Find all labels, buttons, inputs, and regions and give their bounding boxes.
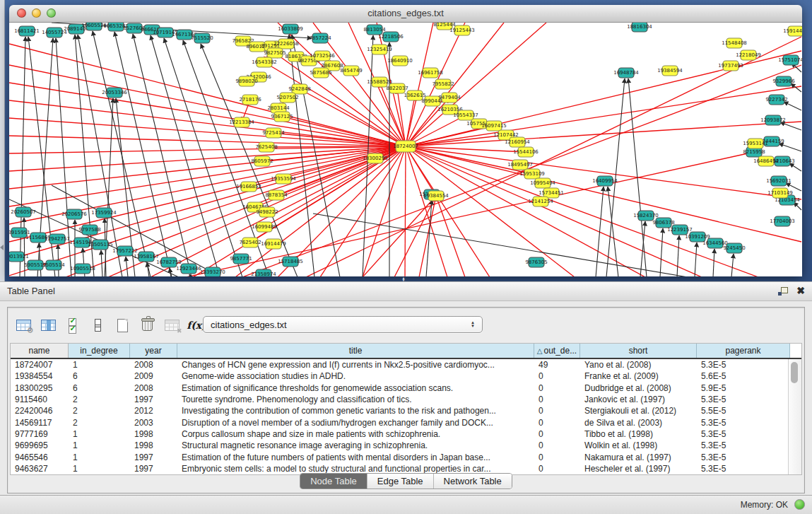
column-header-short[interactable]: short bbox=[580, 344, 697, 358]
table-row[interactable]: 1872400712008Changes of HCN gene express… bbox=[11, 359, 801, 370]
rows-icon bbox=[95, 319, 101, 332]
graph-node-16948784[interactable]: 16948784 bbox=[613, 68, 639, 78]
graph-node-9797588[interactable]: 9797588 bbox=[78, 225, 100, 235]
table-row[interactable]: 1830029562008Estimation of significance … bbox=[11, 382, 801, 394]
node-label: 12160954 bbox=[505, 139, 530, 145]
select-columns-button[interactable] bbox=[61, 314, 84, 337]
table-row[interactable]: 1938455462009Genome-wide association stu… bbox=[11, 370, 801, 382]
graph-node-7625408[interactable]: 7625408 bbox=[255, 142, 277, 152]
node-label: 20260507 bbox=[11, 209, 36, 215]
graph-node-9245450[interactable]: 9245450 bbox=[723, 243, 745, 253]
tab-edge-table[interactable]: Edge Table bbox=[367, 474, 434, 489]
column-header-year[interactable]: year bbox=[130, 344, 177, 358]
float-panel-icon[interactable] bbox=[778, 287, 788, 296]
graph-node-20206576[interactable]: 20206576 bbox=[61, 209, 87, 219]
table-mode-button[interactable] bbox=[12, 314, 35, 337]
graph-node-8454749[interactable]: 8454749 bbox=[340, 66, 362, 76]
graph-node-20260507[interactable]: 20260507 bbox=[11, 207, 36, 217]
create-column-button[interactable] bbox=[111, 314, 134, 337]
graph-node-9857771[interactable]: 9857771 bbox=[230, 254, 252, 264]
cell-name: 9463627 bbox=[11, 464, 69, 474]
network-window-titlebar[interactable]: citations_edges.txt bbox=[9, 5, 802, 23]
graph-node-9876305[interactable]: 9876305 bbox=[525, 257, 547, 267]
graph-node-11548408[interactable]: 11548408 bbox=[722, 38, 747, 48]
graph-node-9806378[interactable]: 9806378 bbox=[652, 218, 674, 228]
cell-name: 18724007 bbox=[11, 360, 69, 370]
graph-node-16543382[interactable]: 16543382 bbox=[252, 57, 277, 67]
graph-node-20053346[interactable]: 20053346 bbox=[102, 88, 127, 98]
graph-node-15751074[interactable]: 15751074 bbox=[778, 55, 802, 65]
column-header-out_de[interactable]: △out_de... bbox=[534, 344, 580, 358]
graph-node-7515520[interactable]: 7515520 bbox=[191, 33, 213, 43]
table-row[interactable]: 969969511998Structural magnetic resonanc… bbox=[11, 440, 801, 451]
table-row[interactable]: 977716911998Corpus callosum shape and si… bbox=[11, 428, 801, 440]
graph-node-15544106[interactable]: 15544106 bbox=[513, 147, 539, 157]
table-row[interactable]: 1456911722003Disruption of a novel membe… bbox=[11, 416, 801, 428]
collapse-arrow-icon[interactable] bbox=[0, 245, 4, 250]
cell-title: Estimation of significance thresholds fo… bbox=[177, 383, 534, 393]
graph-node-10905518[interactable]: 10905518 bbox=[70, 264, 95, 274]
network-graph-canvas[interactable]: 1681142114055724208914061060552810653287… bbox=[9, 23, 802, 276]
graph-node-8813054[interactable]: 8813054 bbox=[363, 25, 386, 35]
graph-node-9725414[interactable]: 9725414 bbox=[262, 128, 285, 138]
tab-node-table[interactable]: Node Table bbox=[300, 474, 367, 489]
graph-node-16811421[interactable]: 16811421 bbox=[14, 26, 40, 36]
graph-node-19166852[interactable]: 19166852 bbox=[236, 182, 261, 192]
graph-node-5875685[interactable]: 5875685 bbox=[310, 68, 331, 78]
graph-node-9498222[interactable]: 9498222 bbox=[256, 207, 278, 217]
node-label: 16409954 bbox=[592, 178, 618, 184]
graph-node-19737493[interactable]: 19737493 bbox=[718, 61, 743, 71]
node-label: 7625408 bbox=[255, 144, 277, 150]
graph-node-7955822[interactable]: 7955822 bbox=[432, 79, 454, 89]
table-row[interactable]: 911546021997Tourette syndrome. Phenomeno… bbox=[11, 394, 801, 405]
table-selector-combobox[interactable]: citations_edges.txt ▲▼ bbox=[203, 316, 483, 333]
graph-node-18816304[interactable]: 18816304 bbox=[627, 23, 652, 32]
show-columns-button[interactable] bbox=[37, 314, 59, 337]
table-row[interactable]: 946554611997Estimation of the future num… bbox=[11, 451, 801, 462]
graph-node-5207502[interactable]: 5207502 bbox=[276, 93, 298, 103]
graph-node-9367125[interactable]: 9367125 bbox=[271, 112, 293, 122]
graph-node-18724007[interactable]: 18724007 bbox=[393, 141, 418, 152]
graph-node-2718176[interactable]: 2718176 bbox=[239, 95, 261, 105]
graph-node-21358974[interactable]: 21358974 bbox=[251, 269, 276, 276]
graph-node-9227342[interactable]: 9227342 bbox=[765, 95, 787, 105]
column-header-pagerank[interactable]: pagerank bbox=[697, 344, 790, 358]
graph-node-7857224[interactable]: 7857224 bbox=[309, 33, 331, 43]
graph-node-9505514[interactable]: 9505514 bbox=[42, 260, 65, 270]
cell-in_degree: 6 bbox=[69, 383, 130, 393]
graph-node-10995494[interactable]: 10995494 bbox=[530, 178, 555, 188]
scrollbar-thumb[interactable] bbox=[791, 362, 798, 383]
graph-node-8605972[interactable]: 8605972 bbox=[251, 156, 273, 166]
graph-node-18393270[interactable]: 18393270 bbox=[200, 267, 225, 276]
graph-node-15914403[interactable]: 15914403 bbox=[783, 26, 802, 36]
graph-node-15824370[interactable]: 15824370 bbox=[633, 211, 659, 221]
graph-node-9329966[interactable]: 9329966 bbox=[772, 76, 795, 86]
column-header-in_degree[interactable]: in_degree bbox=[69, 344, 130, 358]
graph-node-9827505[interactable]: 9827505 bbox=[264, 48, 286, 58]
graph-node-19013921[interactable]: 19013921 bbox=[9, 252, 29, 262]
left-divider-strip[interactable] bbox=[0, 0, 5, 281]
column-header-title[interactable]: title bbox=[177, 344, 534, 358]
graph-node-18640910[interactable]: 18640910 bbox=[387, 56, 413, 66]
delete-column-button[interactable] bbox=[136, 314, 158, 337]
graph-node-16409954[interactable]: 16409954 bbox=[592, 176, 618, 186]
graph-node-16033809[interactable]: 16033809 bbox=[278, 24, 303, 34]
graph-node-7625402[interactable]: 7625402 bbox=[239, 238, 261, 247]
graph-node-19384594[interactable]: 19384594 bbox=[657, 66, 683, 76]
table-vertical-scrollbar[interactable] bbox=[788, 359, 801, 474]
graph-node-17359924[interactable]: 17359924 bbox=[91, 208, 117, 218]
node-label: 8813054 bbox=[363, 27, 386, 33]
node-label: 9898020 bbox=[235, 78, 257, 84]
graph-node-9898020[interactable]: 9898020 bbox=[235, 76, 257, 86]
graph-node-3915951[interactable]: 3915951 bbox=[9, 228, 30, 238]
graph-node-8822037[interactable]: 8822037 bbox=[386, 83, 408, 93]
tab-network-table[interactable]: Network Table bbox=[434, 474, 512, 489]
close-panel-icon[interactable]: ✖ bbox=[796, 285, 805, 296]
graph-node-12325419[interactable]: 12325419 bbox=[367, 45, 392, 54]
table-row[interactable]: 2242004622012Investigating the contribut… bbox=[11, 405, 801, 416]
graph-node-15718485[interactable]: 15718485 bbox=[278, 257, 303, 267]
row-height-button[interactable] bbox=[86, 314, 109, 337]
graph-node-15692031[interactable]: 15692031 bbox=[766, 176, 792, 186]
graph-node-17704003[interactable]: 17704003 bbox=[770, 216, 795, 226]
column-header-name[interactable]: name bbox=[11, 344, 69, 358]
